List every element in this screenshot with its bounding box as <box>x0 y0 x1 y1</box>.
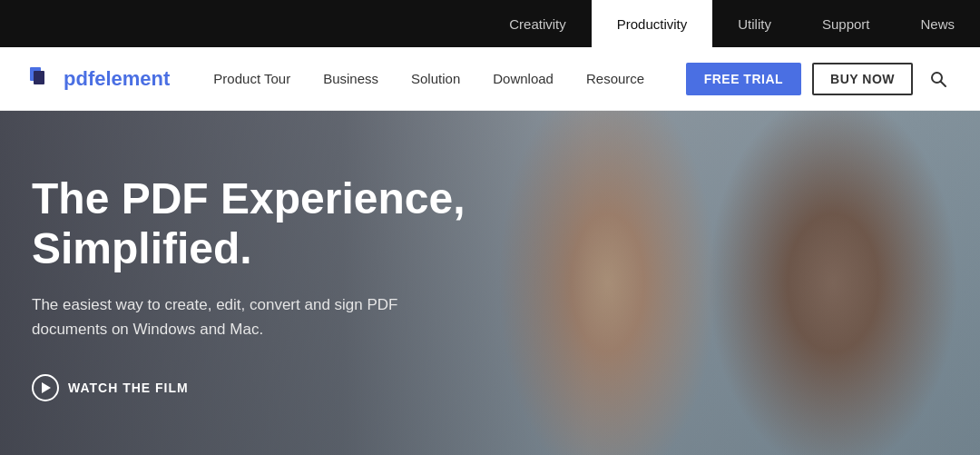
watch-film-button[interactable]: WATCH THE FILM <box>32 374 490 401</box>
hero-content: The PDF Experience, Simplified. The easi… <box>0 111 526 455</box>
top-nav-item-news[interactable]: News <box>895 0 980 47</box>
svg-line-3 <box>941 81 946 86</box>
play-triangle <box>42 382 51 393</box>
top-nav-item-support[interactable]: Support <box>797 0 896 47</box>
top-nav-item-utility[interactable]: Utility <box>712 0 797 47</box>
buy-now-button[interactable]: BUY NOW <box>812 63 913 95</box>
nav-link-solution[interactable]: Solution <box>395 47 476 111</box>
watch-film-label: WATCH THE FILM <box>68 381 189 395</box>
top-nav-item-productivity[interactable]: Productivity <box>592 0 713 47</box>
search-button[interactable] <box>924 64 953 94</box>
nav-link-resource[interactable]: Resource <box>570 47 661 111</box>
hero-section: The PDF Experience, Simplified. The easi… <box>0 111 980 455</box>
main-navigation: pdfelement Product Tour Business Solutio… <box>0 47 980 111</box>
hero-title: The PDF Experience, Simplified. <box>32 173 490 273</box>
nav-link-business[interactable]: Business <box>307 47 395 111</box>
top-navigation: Creativity Productivity Utility Support … <box>0 0 980 47</box>
logo[interactable]: pdfelement <box>27 64 170 94</box>
play-icon <box>32 374 59 401</box>
logo-text: pdfelement <box>64 67 170 91</box>
nav-link-product-tour[interactable]: Product Tour <box>197 47 307 111</box>
search-icon <box>929 70 947 88</box>
logo-icon <box>27 64 56 94</box>
top-nav-item-creativity[interactable]: Creativity <box>484 0 592 47</box>
free-trial-button[interactable]: FREE TRIAL <box>686 63 801 95</box>
main-nav-links: Product Tour Business Solution Download … <box>197 47 685 111</box>
nav-link-download[interactable]: Download <box>476 47 570 111</box>
svg-rect-1 <box>34 71 44 84</box>
hero-subtitle: The easiest way to create, edit, convert… <box>32 292 413 341</box>
nav-actions: FREE TRIAL BUY NOW <box>686 63 953 95</box>
